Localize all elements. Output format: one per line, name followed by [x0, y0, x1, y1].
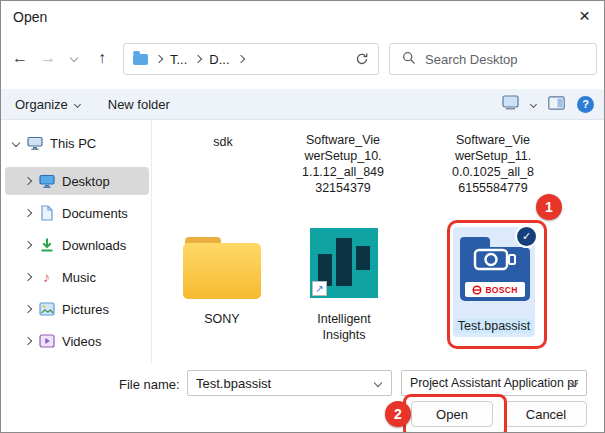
- window-title: Open: [13, 9, 47, 25]
- this-pc-icon: [26, 135, 43, 152]
- desktop-icon: [38, 173, 55, 190]
- file-name-label: File name:: [119, 377, 180, 392]
- bosch-logo-strip: BOSCH: [465, 282, 525, 297]
- breadcrumb-item-1[interactable]: T...: [170, 52, 187, 67]
- navigation-pane: This PC Desktop Documents Downloads ♪: [1, 120, 152, 363]
- file-label-sdk[interactable]: sdk: [168, 134, 278, 150]
- breadcrumb-item-2[interactable]: D...: [209, 52, 229, 67]
- chevron-down-icon[interactable]: [12, 139, 20, 147]
- file-label-highlight[interactable]: Test.bpassist: [455, 319, 533, 333]
- folder-front: [183, 243, 261, 299]
- help-icon[interactable]: ?: [577, 96, 594, 113]
- forward-button[interactable]: →: [35, 45, 61, 71]
- pictures-icon: [38, 301, 55, 318]
- toolbar-view-controls: ?: [502, 95, 594, 113]
- app-icon-intelligent-insights[interactable]: ↗: [310, 228, 378, 298]
- address-bar[interactable]: T... D...: [123, 43, 379, 75]
- open-button[interactable]: Open: [411, 401, 493, 427]
- preview-pane-icon[interactable]: [548, 96, 565, 113]
- sidebar-item-downloads[interactable]: Downloads: [5, 231, 149, 259]
- organize-menu-button[interactable]: Organize: [15, 97, 80, 112]
- sidebar-item-pictures[interactable]: Pictures: [5, 295, 149, 323]
- file-label-intelligent-insights[interactable]: Intelligent Insights: [300, 311, 388, 343]
- annotation-step-2-badge: 2: [385, 401, 411, 427]
- sidebar-item-videos[interactable]: Videos: [5, 327, 149, 355]
- breadcrumb-chevron-icon: [236, 55, 244, 63]
- sidebar-item-music[interactable]: ♪ Music: [5, 263, 149, 291]
- file-label-sony[interactable]: SONY: [177, 311, 267, 327]
- logo-bar: [356, 246, 370, 270]
- chevron-right-icon[interactable]: [24, 305, 32, 313]
- sidebar-item-label: This PC: [50, 136, 96, 151]
- camera-icon: [472, 247, 518, 279]
- file-type-value: Project Assistant Application pr: [410, 376, 578, 390]
- file-label-software-viewer-11[interactable]: Software_Vie werSetup_11. 0.0.1025_all_8…: [435, 132, 551, 196]
- annotation-step-1-badge: 1: [536, 194, 562, 220]
- file-label-software-viewer-10[interactable]: Software_Vie werSetup_10. 1.1.12_all_849…: [286, 132, 400, 196]
- sidebar-item-label: Videos: [62, 334, 102, 349]
- videos-icon: [38, 333, 55, 350]
- selected-check-badge-icon: ✓: [515, 225, 538, 248]
- open-dialog-window: Open × ← → ↑ T... D... Search Desktop Or…: [0, 0, 605, 433]
- up-button[interactable]: ↑: [89, 45, 115, 71]
- folder-icon-sony[interactable]: [183, 227, 261, 305]
- new-folder-button[interactable]: New folder: [108, 97, 170, 112]
- search-icon: [402, 51, 416, 68]
- sidebar-item-desktop[interactable]: Desktop: [5, 167, 149, 195]
- breadcrumb-chevron-icon: [155, 55, 163, 63]
- sidebar-item-label: Downloads: [62, 238, 126, 253]
- breadcrumb-folder-icon: [133, 54, 148, 65]
- sidebar-item-documents[interactable]: Documents: [5, 199, 149, 227]
- logo-bar: [336, 238, 352, 286]
- search-box[interactable]: Search Desktop: [389, 43, 597, 75]
- chevron-right-icon[interactable]: [24, 177, 32, 185]
- chevron-down-icon: [74, 100, 81, 107]
- sidebar-item-this-pc[interactable]: This PC: [5, 129, 149, 157]
- command-toolbar: Organize New folder ?: [1, 89, 605, 120]
- documents-icon: [38, 205, 55, 222]
- sidebar-item-label: Pictures: [62, 302, 109, 317]
- breadcrumb-chevron-icon: [194, 55, 202, 63]
- cancel-button[interactable]: Cancel: [505, 401, 587, 427]
- sidebar-item-label: Documents: [62, 206, 128, 221]
- downloads-icon: [38, 237, 55, 254]
- back-button[interactable]: ←: [7, 45, 33, 71]
- chevron-right-icon[interactable]: [24, 209, 32, 217]
- organize-label: Organize: [15, 97, 68, 112]
- file-name-input[interactable]: [187, 370, 392, 396]
- chevron-right-icon[interactable]: [24, 273, 32, 281]
- chevron-right-icon[interactable]: [24, 337, 32, 345]
- bosch-logo-text: BOSCH: [485, 285, 517, 295]
- view-options-chevron-icon[interactable]: [530, 100, 537, 107]
- sidebar-item-label: Music: [62, 270, 96, 285]
- file-icon-test-bpassist[interactable]: BOSCH ✓: [460, 233, 530, 301]
- recent-locations-chevron-icon[interactable]: [61, 45, 87, 71]
- search-placeholder-text: Search Desktop: [425, 52, 518, 67]
- bosch-anchor-icon: [472, 285, 482, 295]
- shortcut-arrow-icon: ↗: [312, 281, 327, 296]
- chevron-right-icon[interactable]: [24, 241, 32, 249]
- file-type-select[interactable]: Project Assistant Application pr: [401, 370, 587, 396]
- change-view-icon[interactable]: [502, 95, 519, 113]
- sidebar-item-label: Desktop: [62, 174, 110, 189]
- close-icon[interactable]: ×: [579, 5, 590, 27]
- refresh-icon[interactable]: [355, 52, 369, 66]
- music-icon: ♪: [38, 269, 55, 286]
- file-label-test-bpassist[interactable]: Test.bpassist: [448, 318, 540, 334]
